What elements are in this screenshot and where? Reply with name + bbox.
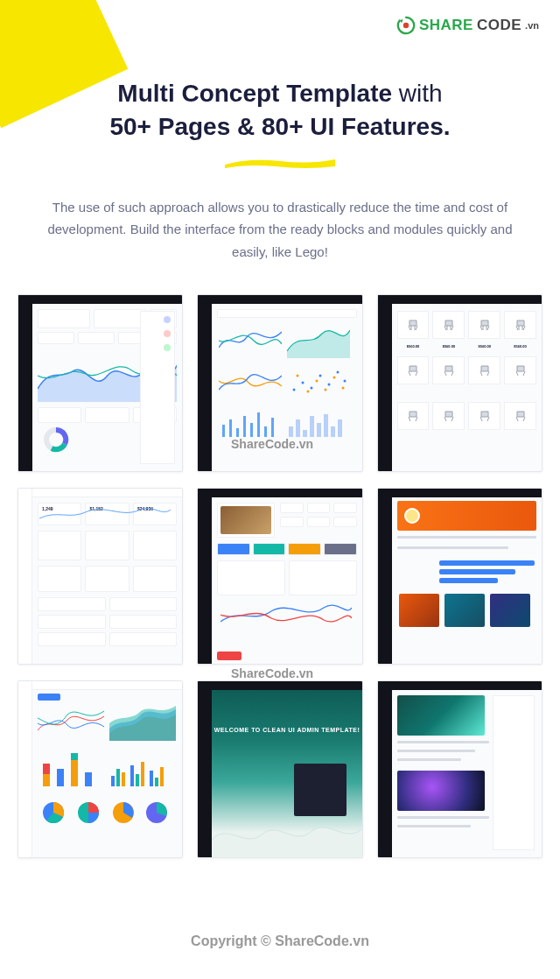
svg-rect-44: [155, 778, 158, 786]
svg-point-10: [307, 391, 310, 393]
svg-point-8: [344, 380, 346, 383]
svg-rect-34: [71, 760, 78, 786]
subtitle-text: The use of such approach allows you to d…: [0, 196, 560, 264]
svg-point-6: [328, 384, 331, 386]
svg-rect-24: [296, 419, 300, 437]
svg-rect-37: [111, 776, 115, 786]
svg-rect-31: [43, 774, 50, 786]
svg-rect-45: [160, 767, 164, 786]
svg-rect-38: [116, 769, 120, 786]
hero-headline: WELCOME TO CLEAN UI ADMIN TEMPLATE!: [212, 727, 361, 733]
headline-bold-1: Multi Concept Template: [117, 80, 392, 107]
brand-text-suffix: .vn: [525, 20, 539, 31]
svg-rect-32: [43, 764, 50, 774]
watermark: ShareCode.vn: [231, 437, 313, 451]
svg-rect-25: [303, 430, 307, 437]
svg-rect-20: [257, 412, 260, 437]
headline-bold-2: 50+ Pages & 80+ UI Features.: [109, 113, 450, 140]
sharecode-logo-icon: [396, 16, 416, 35]
svg-rect-23: [289, 426, 293, 437]
svg-point-2: [293, 389, 296, 391]
svg-rect-41: [136, 774, 139, 786]
svg-point-3: [302, 382, 304, 384]
svg-point-13: [333, 377, 336, 379]
dashboard-alpha-thumbnail: [18, 294, 183, 472]
svg-point-5: [319, 375, 322, 377]
svg-rect-15: [222, 425, 225, 437]
analytics-charts-thumbnail: [18, 680, 183, 858]
svg-rect-39: [122, 772, 125, 786]
headline-plain-1: with: [392, 80, 443, 107]
hero-login-card: [294, 764, 346, 816]
blog-feed-thumbnail: [377, 680, 542, 858]
svg-point-7: [337, 371, 340, 374]
svg-rect-26: [310, 416, 314, 437]
headline-text: Multi Concept Template with 50+ Pages & …: [21, 77, 539, 144]
footer-copyright: Copyright © ShareCode.vn: [0, 933, 560, 949]
svg-rect-18: [243, 416, 246, 437]
svg-rect-36: [85, 772, 92, 786]
svg-point-12: [325, 389, 327, 391]
svg-rect-42: [141, 762, 144, 786]
svg-rect-28: [324, 414, 328, 437]
svg-rect-21: [264, 426, 267, 437]
svg-point-4: [311, 387, 313, 390]
watermark: ShareCode.vn: [231, 666, 313, 680]
svg-point-0: [403, 23, 409, 28]
svg-rect-22: [271, 418, 274, 437]
svg-rect-29: [331, 426, 335, 437]
svg-rect-16: [229, 419, 232, 437]
svg-rect-43: [150, 771, 153, 786]
brand-logo: SHARECODE.vn: [396, 16, 539, 35]
profile-social-thumbnail: [377, 488, 542, 666]
svg-rect-30: [338, 419, 342, 437]
thumbnail-grid: $560.00$560.00$560.00$560.00 1,249 $1,15…: [18, 294, 542, 858]
ecommerce-catalog-thumbnail: $560.00$560.00$560.00$560.00: [377, 294, 542, 472]
brand-text-share: SHARE: [419, 17, 473, 34]
svg-rect-33: [57, 769, 64, 786]
dashboard-crypto-thumbnail: 1,249 $1,152 $24,936: [18, 488, 183, 666]
svg-rect-27: [317, 423, 321, 437]
landing-page-thumbnail: WELCOME TO CLEAN UI ADMIN TEMPLATE!: [197, 680, 362, 858]
apps-widgets-thumbnail: [197, 488, 362, 666]
svg-point-14: [342, 387, 345, 390]
svg-rect-17: [236, 428, 239, 437]
svg-rect-40: [130, 765, 134, 786]
svg-rect-35: [71, 753, 78, 760]
brand-text-code: CODE: [477, 17, 522, 34]
svg-point-9: [297, 375, 299, 377]
brush-underline-icon: [223, 156, 337, 170]
svg-point-11: [316, 380, 318, 383]
svg-rect-19: [250, 423, 253, 437]
headline: Multi Concept Template with 50+ Pages & …: [0, 77, 560, 173]
